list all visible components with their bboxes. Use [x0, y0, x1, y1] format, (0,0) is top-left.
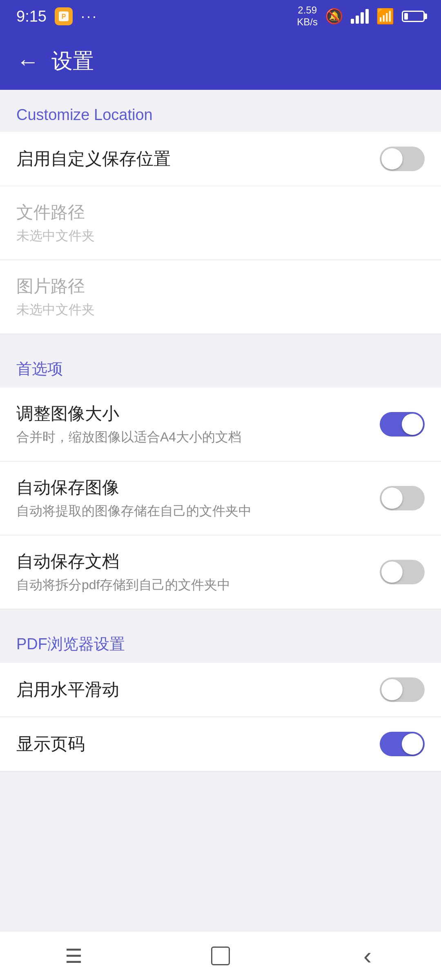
battery-tip [425, 13, 427, 19]
toggle-thumb-show-page-number [402, 733, 423, 755]
status-dots: ··· [81, 8, 98, 25]
setting-show-page-number[interactable]: 显示页码 [0, 717, 441, 771]
back-button[interactable]: ← [16, 48, 39, 75]
setting-auto-save-doc-text: 自动保存文档 自动将拆分pdf存储到自己的文件夹中 [16, 550, 380, 594]
toggle-auto-save-image[interactable] [380, 486, 425, 510]
network-speed: 2.59 KB/s [297, 4, 318, 28]
wifi-icon: 📶 [376, 8, 394, 25]
setting-auto-save-doc-sublabel: 自动将拆分pdf存储到自己的文件夹中 [16, 576, 380, 594]
section-preferences-header: 首选项 [0, 342, 441, 388]
toggle-enable-horizontal-scroll[interactable] [380, 677, 425, 702]
nav-home-button[interactable] [204, 940, 237, 972]
menu-icon: ☰ [65, 944, 82, 967]
setting-show-page-number-label: 显示页码 [16, 733, 380, 755]
gap-2 [0, 609, 441, 617]
setting-image-path-sublabel: 未选中文件夹 [16, 301, 425, 319]
toggle-thumb-resize-image [402, 414, 423, 435]
section-customize-location-title: Customize Location [16, 106, 153, 123]
app-icon: P [55, 7, 73, 25]
setting-enable-custom-save-label: 启用自定义保存位置 [16, 147, 380, 170]
setting-resize-image-text: 调整图像大小 合并时，缩放图像以适合A4大小的文档 [16, 402, 380, 446]
section-customize-location-header: Customize Location [0, 90, 441, 132]
setting-resize-image-sublabel: 合并时，缩放图像以适合A4大小的文档 [16, 428, 380, 446]
setting-resize-image[interactable]: 调整图像大小 合并时，缩放图像以适合A4大小的文档 [0, 388, 441, 461]
toggle-show-page-number[interactable] [380, 732, 425, 756]
notification-icon: 🔕 [325, 8, 343, 25]
setting-auto-save-doc[interactable]: 自动保存文档 自动将拆分pdf存储到自己的文件夹中 [0, 535, 441, 609]
setting-auto-save-image-text: 自动保存图像 自动将提取的图像存储在自己的文件夹中 [16, 476, 380, 520]
setting-enable-custom-save-text: 启用自定义保存位置 [16, 147, 380, 170]
home-icon [211, 947, 230, 965]
nav-menu-button[interactable]: ☰ [57, 940, 90, 972]
setting-enable-horizontal-scroll[interactable]: 启用水平滑动 [0, 663, 441, 717]
content: Customize Location 启用自定义保存位置 文件路径 未选中文件夹… [0, 90, 441, 820]
setting-file-path-sublabel: 未选中文件夹 [16, 227, 425, 245]
setting-resize-image-label: 调整图像大小 [16, 402, 380, 425]
setting-image-path: 图片路径 未选中文件夹 [0, 260, 441, 334]
toolbar-title: 设置 [51, 47, 94, 76]
setting-enable-custom-save[interactable]: 启用自定义保存位置 [0, 132, 441, 186]
status-time: 9:15 [16, 8, 47, 25]
setting-image-path-text: 图片路径 未选中文件夹 [16, 275, 425, 319]
status-left: 9:15 P ··· [16, 7, 98, 25]
section-preferences-title: 首选项 [16, 360, 63, 377]
section-pdf-browser-header: PDF浏览器设置 [0, 617, 441, 663]
battery-fill [404, 13, 408, 20]
toggle-thumb-enable-custom-save [381, 148, 403, 169]
gap-1 [0, 334, 441, 342]
setting-show-page-number-text: 显示页码 [16, 733, 380, 755]
setting-auto-save-doc-label: 自动保存文档 [16, 550, 380, 573]
svg-text:P: P [62, 13, 66, 20]
bottom-nav: ☰ ‹ [0, 931, 441, 980]
toggle-enable-custom-save[interactable] [380, 147, 425, 171]
toolbar: ← 设置 [0, 33, 441, 90]
toggle-resize-image[interactable] [380, 412, 425, 437]
setting-enable-horizontal-scroll-text: 启用水平滑动 [16, 678, 380, 701]
setting-file-path-label: 文件路径 [16, 201, 425, 224]
status-bar: 9:15 P ··· 2.59 KB/s 🔕 📶 10 [0, 0, 441, 33]
setting-auto-save-image[interactable]: 自动保存图像 自动将提取的图像存储在自己的文件夹中 [0, 461, 441, 535]
battery-level: 10 [409, 12, 417, 21]
toggle-auto-save-doc[interactable] [380, 560, 425, 584]
back-icon: ‹ [363, 942, 372, 970]
setting-file-path: 文件路径 未选中文件夹 [0, 186, 441, 260]
status-right: 2.59 KB/s 🔕 📶 10 [297, 4, 425, 28]
signal-icon [351, 9, 369, 24]
setting-auto-save-image-label: 自动保存图像 [16, 476, 380, 499]
setting-auto-save-image-sublabel: 自动将提取的图像存储在自己的文件夹中 [16, 502, 380, 520]
toggle-thumb-auto-save-doc [381, 561, 403, 583]
setting-file-path-text: 文件路径 未选中文件夹 [16, 201, 425, 245]
battery-indicator: 10 [402, 11, 425, 22]
setting-image-path-label: 图片路径 [16, 275, 425, 298]
nav-back-button[interactable]: ‹ [351, 940, 384, 972]
setting-enable-horizontal-scroll-label: 启用水平滑动 [16, 678, 380, 701]
section-pdf-browser-title: PDF浏览器设置 [16, 635, 125, 653]
toggle-thumb-horizontal-scroll [381, 679, 403, 700]
toggle-thumb-auto-save-image [381, 488, 403, 509]
